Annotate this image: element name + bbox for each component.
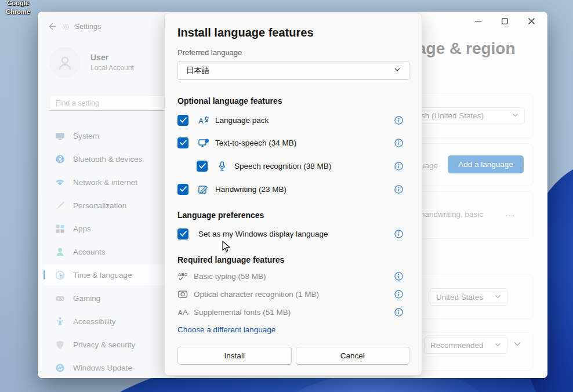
info-icon[interactable] (394, 308, 403, 317)
chrome-label-line1: Google (1, 0, 35, 8)
maximize-button[interactable] (491, 12, 518, 31)
feature-row-language-pack: A Language pack (177, 113, 409, 127)
ocr-icon (177, 289, 188, 299)
mouse-cursor (222, 241, 231, 256)
feature-row-display-language: Set as my Windows display language (177, 227, 409, 241)
feature-label: Supplemental fonts (51 MB) (194, 308, 291, 317)
feature-label: Text-to-speech (34 MB) (215, 139, 296, 147)
desktop: Google Chrome (0, 0, 573, 392)
microphone-icon (217, 161, 229, 171)
language-preferences-heading: Language preferences (177, 210, 264, 220)
maximize-icon (502, 17, 508, 26)
close-icon (528, 17, 535, 26)
supplemental-fonts-icon: AA (177, 307, 188, 317)
settings-window: Settings User Local Account (38, 12, 547, 378)
required-row-basic-typing: ABC Basic typing (58 MB) (177, 269, 409, 283)
svg-text:A: A (178, 309, 183, 316)
dialog-title: Install language features (177, 26, 314, 39)
handwriting-icon (198, 184, 209, 194)
svg-text:A: A (198, 117, 204, 125)
feature-label: Basic typing (58 MB) (194, 272, 266, 281)
cancel-button[interactable]: Cancel (296, 347, 410, 365)
feature-label: Optical character recognition (1 MB) (194, 290, 319, 299)
minimize-button[interactable] (465, 12, 491, 31)
info-icon[interactable] (394, 139, 403, 147)
preferred-language-select[interactable]: 日本語 (177, 61, 409, 80)
required-features-heading: Required language features (177, 255, 284, 264)
chrome-label-line2: Chrome (1, 8, 35, 16)
feature-label: Language pack (215, 116, 269, 125)
feature-row-speech-recognition: Speech recognition (38 MB) (177, 159, 409, 173)
basic-typing-icon: ABC (177, 271, 188, 281)
optional-features-heading: Optional language features (177, 96, 282, 106)
svg-text:ABC: ABC (178, 272, 188, 277)
feature-label: Handwriting (23 MB) (215, 185, 286, 194)
language-pack-checkbox[interactable] (177, 115, 188, 126)
info-icon[interactable] (394, 162, 403, 170)
close-button[interactable] (518, 12, 545, 31)
minimize-icon (475, 17, 481, 26)
feature-label: Set as my Windows display language (198, 230, 328, 238)
info-icon[interactable] (394, 290, 403, 299)
language-pack-icon: A (198, 115, 209, 125)
info-icon[interactable] (394, 272, 403, 281)
preferred-language-label: Preferred language (177, 48, 242, 57)
required-row-ocr: Optical character recognition (1 MB) (177, 287, 409, 301)
chevron-down-icon (394, 66, 401, 75)
feature-row-text-to-speech: Text-to-speech (34 MB) (177, 136, 409, 150)
select-value: 日本語 (186, 66, 210, 76)
install-language-features-dialog: Install language features Preferred lang… (164, 13, 422, 376)
info-icon[interactable] (394, 230, 403, 238)
svg-text:A: A (183, 308, 188, 317)
window-caption-buttons (465, 12, 545, 31)
text-to-speech-icon (198, 137, 209, 148)
speech-recognition-checkbox[interactable] (197, 161, 208, 172)
choose-different-language-link[interactable]: Choose a different language (177, 325, 275, 334)
install-button[interactable]: Install (177, 347, 292, 365)
desktop-icon-google-chrome[interactable]: Google Chrome (1, 0, 35, 16)
info-icon[interactable] (394, 185, 403, 194)
handwriting-checkbox[interactable] (177, 184, 188, 195)
info-icon[interactable] (394, 116, 403, 125)
text-to-speech-checkbox[interactable] (177, 137, 188, 148)
display-language-checkbox[interactable] (177, 228, 188, 239)
feature-row-handwriting: Handwriting (23 MB) (177, 182, 409, 196)
required-row-supplemental-fonts: AA Supplemental fonts (51 MB) (177, 305, 409, 319)
feature-label: Speech recognition (38 MB) (234, 162, 331, 170)
